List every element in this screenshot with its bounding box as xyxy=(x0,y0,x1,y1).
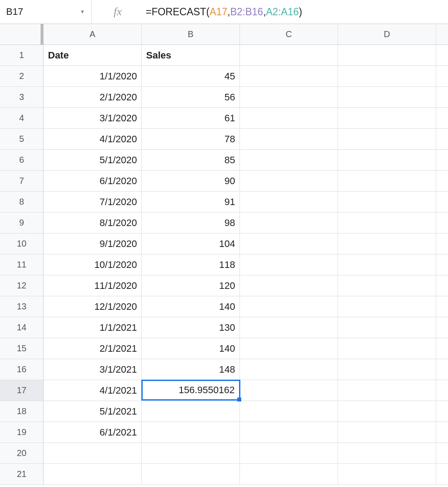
name-box[interactable]: B17 ▼ xyxy=(0,0,92,24)
cell-C10[interactable] xyxy=(240,233,338,254)
cell-D3[interactable] xyxy=(338,87,436,108)
cell-A21[interactable] xyxy=(44,464,142,485)
cell-C4[interactable] xyxy=(240,108,338,129)
row-header-8[interactable]: 8 xyxy=(0,192,44,213)
row-header-21[interactable]: 21 xyxy=(0,464,44,485)
cell-A1[interactable]: Date xyxy=(44,45,142,66)
cell-A14[interactable]: 1/1/2021 xyxy=(44,317,142,338)
row-header-17[interactable]: 17 xyxy=(0,380,44,401)
row-header-9[interactable]: 9 xyxy=(0,213,44,233)
row-header-20[interactable]: 20 xyxy=(0,443,44,464)
row-header-1[interactable]: 1 xyxy=(0,45,44,66)
cell-A20[interactable] xyxy=(44,443,142,464)
cell-A17[interactable]: 4/1/2021 xyxy=(44,380,142,401)
cell-edge-20[interactable] xyxy=(436,443,448,464)
cell-B6[interactable]: 85 xyxy=(142,150,240,171)
name-box-dropdown-icon[interactable]: ▼ xyxy=(80,9,85,15)
cell-B10[interactable]: 104 xyxy=(142,233,240,254)
cell-B3[interactable]: 56 xyxy=(142,87,240,108)
cell-D7[interactable] xyxy=(338,171,436,192)
cell-D10[interactable] xyxy=(338,233,436,254)
cell-A5[interactable]: 4/1/2020 xyxy=(44,129,142,150)
cell-D20[interactable] xyxy=(338,443,436,464)
cell-C14[interactable] xyxy=(240,317,338,338)
row-header-11[interactable]: 11 xyxy=(0,254,44,275)
cell-A7[interactable]: 6/1/2020 xyxy=(44,171,142,192)
cell-A15[interactable]: 2/1/2021 xyxy=(44,338,142,359)
cell-A19[interactable]: 6/1/2021 xyxy=(44,422,142,443)
cell-A13[interactable]: 12/1/2020 xyxy=(44,296,142,317)
cell-C13[interactable] xyxy=(240,296,338,317)
cell-A12[interactable]: 11/1/2020 xyxy=(44,275,142,296)
row-header-2[interactable]: 2 xyxy=(0,66,44,87)
row-header-16[interactable]: 16 xyxy=(0,359,44,380)
cell-C20[interactable] xyxy=(240,443,338,464)
cell-D2[interactable] xyxy=(338,66,436,87)
cell-B16[interactable]: 148 xyxy=(142,359,240,380)
cell-C21[interactable] xyxy=(240,464,338,485)
row-header-3[interactable]: 3 xyxy=(0,87,44,108)
cell-B9[interactable]: 98 xyxy=(142,213,240,233)
cell-B21[interactable] xyxy=(142,464,240,485)
cell-edge-5[interactable] xyxy=(436,129,448,150)
cell-D21[interactable] xyxy=(338,464,436,485)
cell-B17[interactable]: 156.9550162 xyxy=(141,380,240,401)
cell-C12[interactable] xyxy=(240,275,338,296)
cell-B12[interactable]: 120 xyxy=(142,275,240,296)
row-header-6[interactable]: 6 xyxy=(0,150,44,171)
row-header-7[interactable]: 7 xyxy=(0,171,44,192)
cell-B5[interactable]: 78 xyxy=(142,129,240,150)
cell-B2[interactable]: 45 xyxy=(142,66,240,87)
cell-C9[interactable] xyxy=(240,213,338,233)
cell-B20[interactable] xyxy=(142,443,240,464)
cell-A2[interactable]: 1/1/2020 xyxy=(44,66,142,87)
cell-C1[interactable] xyxy=(240,45,338,66)
cell-D18[interactable] xyxy=(338,401,436,422)
cell-B13[interactable]: 140 xyxy=(142,296,240,317)
cell-edge-10[interactable] xyxy=(436,233,448,254)
col-header-C[interactable]: C xyxy=(240,24,338,45)
row-header-14[interactable]: 14 xyxy=(0,317,44,338)
cell-D6[interactable] xyxy=(338,150,436,171)
cell-edge-15[interactable] xyxy=(436,338,448,359)
col-header-B[interactable]: B xyxy=(142,24,240,45)
cell-C18[interactable] xyxy=(240,401,338,422)
cell-edge-13[interactable] xyxy=(436,296,448,317)
cell-B14[interactable]: 130 xyxy=(142,317,240,338)
cell-D14[interactable] xyxy=(338,317,436,338)
cell-A9[interactable]: 8/1/2020 xyxy=(44,213,142,233)
cell-C19[interactable] xyxy=(240,422,338,443)
cell-edge-3[interactable] xyxy=(436,87,448,108)
cell-C8[interactable] xyxy=(240,192,338,213)
cell-D8[interactable] xyxy=(338,192,436,213)
row-header-4[interactable]: 4 xyxy=(0,108,44,129)
col-header-D[interactable]: D xyxy=(338,24,436,45)
cell-A10[interactable]: 9/1/2020 xyxy=(44,233,142,254)
cell-edge-1[interactable] xyxy=(436,45,448,66)
cell-edge-19[interactable] xyxy=(436,422,448,443)
row-header-19[interactable]: 19 xyxy=(0,422,44,443)
cell-D16[interactable] xyxy=(338,359,436,380)
row-header-15[interactable]: 15 xyxy=(0,338,44,359)
cell-A6[interactable]: 5/1/2020 xyxy=(44,150,142,171)
cell-edge-14[interactable] xyxy=(436,317,448,338)
cell-edge-6[interactable] xyxy=(436,150,448,171)
cell-edge-11[interactable] xyxy=(436,254,448,275)
cell-C6[interactable] xyxy=(240,150,338,171)
cell-edge-12[interactable] xyxy=(436,275,448,296)
row-header-5[interactable]: 5 xyxy=(0,129,44,150)
cell-B1[interactable]: Sales xyxy=(142,45,240,66)
row-header-13[interactable]: 13 xyxy=(0,296,44,317)
cell-B8[interactable]: 91 xyxy=(142,192,240,213)
cell-D9[interactable] xyxy=(338,213,436,233)
cell-D5[interactable] xyxy=(338,129,436,150)
cell-D15[interactable] xyxy=(338,338,436,359)
cell-A3[interactable]: 2/1/2020 xyxy=(44,87,142,108)
row-header-18[interactable]: 18 xyxy=(0,401,44,422)
cell-C7[interactable] xyxy=(240,171,338,192)
cell-C2[interactable] xyxy=(240,66,338,87)
cell-A11[interactable]: 10/1/2020 xyxy=(44,254,142,275)
cell-B4[interactable]: 61 xyxy=(142,108,240,129)
cell-D1[interactable] xyxy=(338,45,436,66)
cell-A18[interactable]: 5/1/2021 xyxy=(44,401,142,422)
